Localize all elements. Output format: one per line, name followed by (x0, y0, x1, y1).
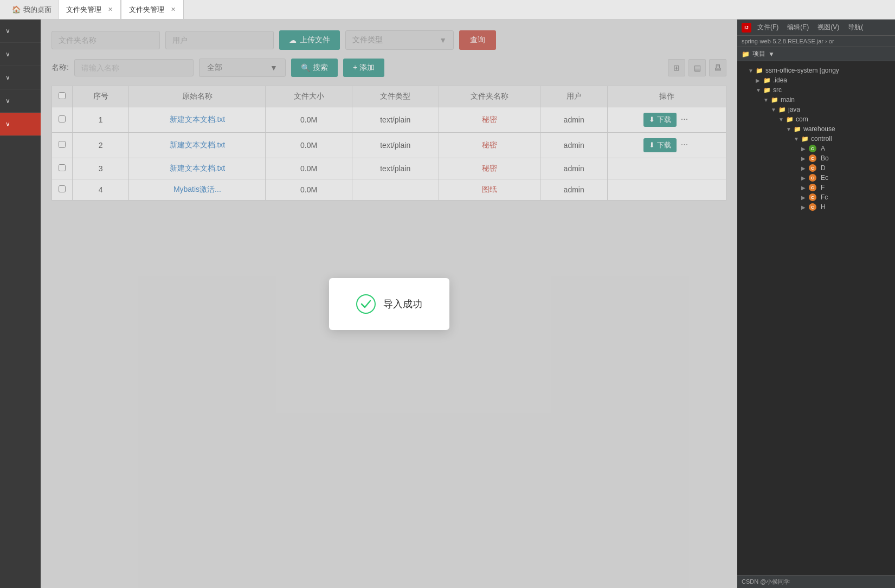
expand-icon: ▶ (801, 146, 807, 152)
tree-item-Ec[interactable]: ▶ C Ec (737, 173, 895, 183)
tab-1-label: 文件夹管理 (66, 5, 101, 15)
tab-2-label: 文件夹管理 (129, 5, 164, 15)
chevron-icon-1: ∨ (5, 27, 10, 35)
sidebar-item-4[interactable]: ∨ (0, 89, 41, 113)
ide-panel: IJ 文件(F) 编辑(E) 视图(V) 导航( spring-web-5.2.… (737, 20, 895, 588)
tree-item-A[interactable]: ▶ C A (737, 144, 895, 153)
tree-item-F[interactable]: ▶ C F (737, 183, 895, 192)
success-icon (356, 294, 376, 314)
folder-icon: 📁 (756, 67, 763, 74)
tree-item-ssm[interactable]: ▼ 📁 ssm-office-system [gongy (737, 66, 895, 75)
expand-icon: ▶ (801, 156, 807, 161)
folder-icon: 📁 (763, 87, 771, 94)
tab-home-label: 我的桌面 (23, 5, 51, 15)
tab-1-close[interactable]: ✕ (108, 6, 113, 13)
tab-2-close[interactable]: ✕ (171, 6, 176, 13)
chevron-icon-5: ∨ (5, 120, 10, 128)
ide-breadcrumb: spring-web-5.2.8.RELEASE.jar › or (737, 36, 895, 47)
tree-item-java[interactable]: ▼ 📁 java (737, 105, 895, 114)
expand-icon: ▶ (756, 77, 761, 83)
breadcrumb-text: spring-web-5.2.8.RELEASE.jar › or (742, 38, 834, 44)
tab-folder-management-1[interactable]: 文件夹管理 ✕ (58, 0, 121, 19)
tree-item-D[interactable]: ▶ C D (737, 163, 895, 173)
toast: 导入成功 (329, 278, 449, 330)
toast-message: 导入成功 (383, 298, 422, 311)
expand-icon: ▶ (801, 195, 807, 201)
svg-point-0 (357, 295, 375, 313)
class-icon-Fc: C (809, 193, 816, 201)
ide-menu-view[interactable]: 视图(V) (815, 23, 842, 32)
expand-icon: ▶ (801, 175, 807, 181)
tab-home[interactable]: 🏠 我的桌面 (5, 0, 58, 19)
class-icon-H: C (809, 203, 816, 211)
class-icon-F: C (809, 184, 816, 191)
sidebar-item-3[interactable]: ∨ (0, 66, 41, 89)
folder-icon: 📁 (801, 135, 809, 143)
expand-icon: ▼ (771, 107, 776, 113)
ide-bottom-bar: CSDN @小侯同学 (737, 575, 895, 588)
chevron-icon-4: ∨ (5, 97, 10, 105)
expand-icon: ▼ (794, 136, 799, 142)
expand-icon: ▼ (748, 68, 754, 74)
tab-bar: 🏠 我的桌面 文件夹管理 ✕ 文件夹管理 ✕ (0, 0, 895, 20)
class-icon-A: C (809, 145, 816, 152)
expand-icon: ▼ (778, 117, 784, 122)
expand-icon: ▶ (801, 165, 807, 171)
expand-icon: ▶ (801, 204, 807, 210)
ide-menu-bar: IJ 文件(F) 编辑(E) 视图(V) 导航( (737, 20, 895, 36)
ide-logo: IJ (742, 23, 751, 33)
sidebar-item-2[interactable]: ∨ (0, 43, 41, 66)
folder-icon: 📁 (786, 116, 794, 123)
tree-item-main[interactable]: ▼ 📁 main (737, 95, 895, 105)
left-sidebar: ∨ ∨ ∨ ∨ ∨ (0, 20, 41, 588)
home-icon: 🏠 (12, 5, 21, 14)
expand-icon: ▶ (801, 185, 807, 191)
tree-item-com[interactable]: ▼ 📁 com (737, 114, 895, 124)
toast-overlay: 导入成功 (41, 20, 737, 588)
tab-folder-management-2[interactable]: 文件夹管理 ✕ (121, 0, 184, 19)
folder-icon: 📁 (778, 106, 786, 113)
tree-item-Fc[interactable]: ▶ C Fc (737, 192, 895, 202)
tree-item-H[interactable]: ▶ C H (737, 202, 895, 212)
main-content: ☁ 上传文件 文件类型 ▼ 查询 名称: 全部 ▼ 🔍 搜索 + 添加 ⊞ (41, 20, 737, 588)
folder-icon: 📁 (763, 77, 771, 84)
tree-item-controller[interactable]: ▼ 📁 controll (737, 134, 895, 144)
ide-menu-file[interactable]: 文件(F) (755, 23, 781, 32)
tree-item-Bo[interactable]: ▶ C Bo (737, 153, 895, 163)
tree-item-src[interactable]: ▼ 📁 src (737, 85, 895, 95)
ide-panel-header: 📁 项目 ▼ (737, 47, 895, 61)
expand-icon: ▼ (786, 126, 791, 132)
expand-icon: ▼ (763, 97, 769, 103)
chevron-icon-2: ∨ (5, 50, 10, 58)
class-icon-D: C (809, 164, 816, 172)
tree-item-idea[interactable]: ▶ 📁 .idea (737, 75, 895, 85)
ide-file-tree: ▼ 📁 ssm-office-system [gongy ▶ 📁 .idea ▼… (737, 61, 895, 216)
ide-menu-nav[interactable]: 导航( (845, 23, 866, 32)
folder-icon: 📁 (771, 96, 778, 104)
sidebar-item-1[interactable]: ∨ (0, 20, 41, 43)
project-icon: 📁 (742, 50, 750, 58)
ide-menu-edit[interactable]: 编辑(E) (784, 23, 812, 32)
sidebar-item-5[interactable]: ∨ (0, 113, 41, 136)
chevron-icon-3: ∨ (5, 74, 10, 81)
folder-icon: 📁 (794, 126, 801, 133)
class-icon-Bo: C (809, 154, 816, 162)
expand-icon: ▼ (756, 87, 761, 93)
tree-item-warehouse[interactable]: ▼ 📁 warehouse (737, 124, 895, 134)
ide-panel-title: 📁 项目 ▼ (742, 49, 775, 59)
class-icon-Ec: C (809, 174, 816, 182)
chevron-down-icon-ide: ▼ (768, 50, 775, 58)
